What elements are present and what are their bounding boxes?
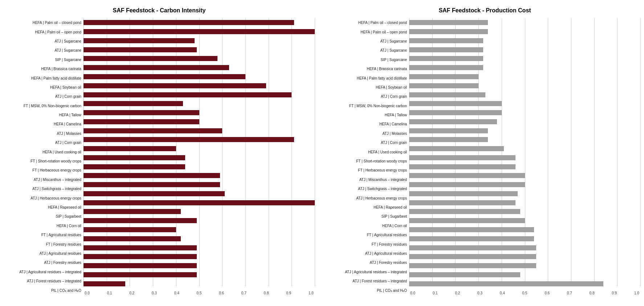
bar bbox=[83, 182, 220, 187]
bar-row bbox=[83, 47, 315, 53]
bar-label: ATJ | Corn grain bbox=[381, 94, 407, 98]
bar bbox=[409, 65, 483, 70]
x-axis-tick: 0.3 bbox=[151, 291, 158, 295]
bar-row bbox=[409, 154, 640, 161]
bar bbox=[409, 209, 520, 214]
bar-row bbox=[409, 145, 640, 152]
bar-row bbox=[83, 281, 315, 287]
bar bbox=[409, 182, 525, 187]
left-bars-content bbox=[83, 18, 315, 290]
bar-label: HEFA | Brassica carinata bbox=[41, 67, 81, 71]
bar-label: ATJ | Corn grain bbox=[55, 141, 81, 145]
bar bbox=[409, 272, 520, 277]
bar-row bbox=[83, 245, 315, 251]
bar bbox=[409, 137, 488, 142]
bar-label: ATJ | Sugarcane bbox=[380, 39, 407, 43]
bar-label: HEFA | Tallow bbox=[385, 113, 407, 117]
bar bbox=[409, 119, 497, 124]
left-chart-panel: SAF Feedstock - Carbon Intensity HEFA | … bbox=[4, 7, 315, 295]
bar bbox=[83, 146, 176, 151]
bar-label: HEFA | Corn oil bbox=[57, 224, 81, 228]
bar-row bbox=[83, 136, 315, 143]
bar bbox=[83, 164, 185, 169]
bar bbox=[83, 227, 176, 232]
bar-label: HEFA | Used cooking oil bbox=[368, 150, 407, 154]
bar bbox=[409, 20, 488, 25]
bar-row bbox=[409, 82, 640, 89]
left-labels-col: HEFA | Palm oil – closed pondHEFA | Palm… bbox=[4, 18, 83, 295]
bar-label: ATJ | Agricultural residues – integrated bbox=[345, 270, 407, 274]
bar-label: PtL | CO₂ and H₂O bbox=[51, 289, 81, 293]
bar-row bbox=[83, 64, 315, 71]
bar-label: ATJ | Corn grain bbox=[381, 141, 407, 145]
bar bbox=[409, 254, 536, 259]
x-axis-tick: 1.0 bbox=[307, 291, 315, 295]
bar bbox=[83, 83, 266, 88]
bar bbox=[83, 191, 225, 196]
right-bars-content bbox=[409, 18, 640, 290]
right-chart-title: SAF Feedstock - Production Cost bbox=[439, 7, 531, 14]
bar-row bbox=[83, 217, 315, 224]
bar bbox=[409, 83, 478, 88]
bar-label: ATJ | Switchgrass – integrated bbox=[358, 187, 407, 191]
bar bbox=[409, 281, 603, 286]
bar-label: FT | Agricultural residues bbox=[367, 233, 407, 237]
bar bbox=[83, 92, 292, 97]
x-axis-tick: 0.1 bbox=[432, 291, 439, 295]
bar-row bbox=[83, 226, 315, 233]
bar bbox=[83, 128, 222, 133]
bar-row bbox=[83, 235, 315, 242]
bar-row bbox=[409, 28, 640, 35]
bar-row bbox=[83, 208, 315, 215]
bar bbox=[409, 92, 485, 97]
right-chart-panel: SAF Feedstock - Production Cost HEFA | P… bbox=[329, 7, 640, 295]
bar-row bbox=[83, 19, 315, 26]
bar-row bbox=[409, 37, 640, 44]
bar-row bbox=[409, 73, 640, 80]
bar bbox=[409, 56, 483, 61]
grid-line bbox=[640, 18, 641, 286]
bar-row bbox=[83, 190, 315, 197]
charts-container: SAF Feedstock - Carbon Intensity HEFA | … bbox=[0, 0, 644, 306]
x-axis-tick: 0.5 bbox=[521, 291, 528, 295]
bar-label: ATJ | Corn grain bbox=[55, 94, 81, 98]
bar-label: HEFA | Camelina bbox=[54, 122, 81, 126]
bar-row bbox=[409, 128, 640, 134]
bar-row bbox=[409, 47, 640, 53]
bar-label: FT | Herbaceous energy crops bbox=[32, 168, 81, 172]
bar-row bbox=[409, 226, 640, 233]
bar bbox=[83, 74, 245, 79]
bar bbox=[409, 218, 525, 223]
bar-label: HEFA | Palm oil – closed pond bbox=[358, 21, 407, 25]
bar bbox=[83, 200, 315, 205]
bar-label: ATJ | Forest residues – integrated bbox=[27, 279, 81, 283]
bar-row bbox=[83, 145, 315, 152]
x-axis-tick: 0.9 bbox=[285, 291, 292, 295]
bar bbox=[409, 29, 488, 34]
bar-row bbox=[409, 253, 640, 260]
bar-row bbox=[83, 73, 315, 80]
bar-row bbox=[83, 37, 315, 44]
x-axis-tick: 0.9 bbox=[611, 291, 618, 295]
right-x-axis: 0.00.10.20.30.40.50.60.70.80.91.0 bbox=[409, 290, 640, 295]
bar-row bbox=[83, 92, 315, 98]
bar bbox=[83, 209, 181, 214]
x-axis-tick: 0.8 bbox=[263, 291, 270, 295]
x-axis-tick: 0.6 bbox=[543, 291, 551, 295]
bar-label: SIP | Sugarcane bbox=[381, 58, 407, 62]
bar-label: ATJ | Molasses bbox=[383, 132, 407, 136]
bar-row bbox=[409, 235, 640, 242]
bar-label: FT | Short-rotation woody crops bbox=[356, 159, 407, 163]
bar-label: ATJ | Forestry residues bbox=[370, 261, 407, 265]
bar bbox=[83, 38, 195, 43]
bar-label: ATJ | Sugarcane bbox=[54, 39, 81, 43]
bar-row bbox=[83, 262, 315, 269]
bar-label: ATJ | Agricultural residues – integrated bbox=[19, 270, 81, 274]
bar-label: ATJ | Forestry residues bbox=[44, 261, 81, 265]
bar-row bbox=[409, 164, 640, 170]
bar bbox=[409, 191, 518, 196]
bar-label: FT | Agricultural residues bbox=[41, 233, 81, 237]
bar-label: ATJ | Agricultural residues bbox=[365, 251, 407, 255]
bar-row bbox=[83, 100, 315, 107]
bar bbox=[83, 173, 220, 178]
